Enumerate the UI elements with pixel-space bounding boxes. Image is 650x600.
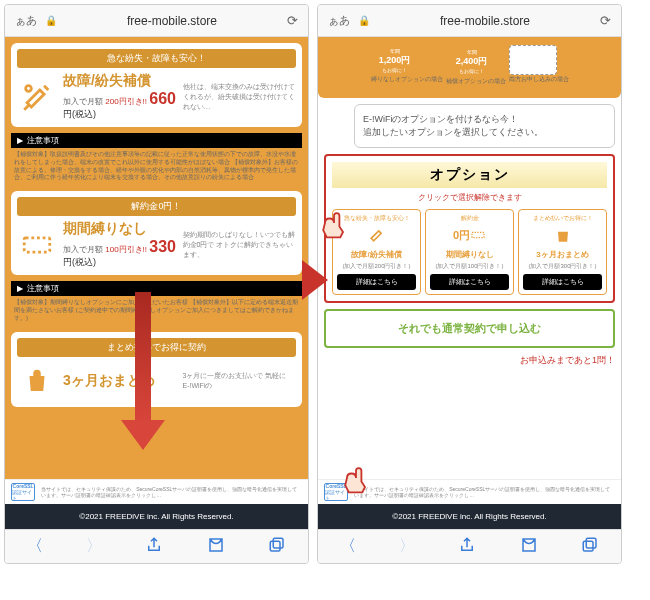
back-icon[interactable]: 〈 [340, 536, 356, 557]
strike: 100円引き!! [105, 245, 147, 254]
bag-icon [17, 361, 57, 401]
lock-icon: 🔒 [45, 15, 57, 26]
speech-bubble: E-!WiFiのオプションを付けるなら今！ 追加したいオプションを選択してくださ… [354, 104, 615, 148]
ssl-logo: CoreSSL認証サイト [11, 483, 35, 501]
svg-rect-8 [472, 232, 484, 237]
text-size-control[interactable]: ぁあ [15, 13, 37, 28]
pointer-hand-icon [316, 205, 352, 241]
bookmarks-icon[interactable] [207, 536, 225, 558]
svg-rect-9 [587, 538, 597, 548]
svg-rect-10 [584, 541, 594, 551]
safari-nav: 〈 〉 [318, 529, 621, 563]
ssl-bar: CoreSSL認証サイト 当サイトでは、セキュリティ保護のため、SecureCo… [5, 479, 308, 504]
tag: まとめ払いでお得に！ [523, 214, 602, 223]
opt-sub: (加入で月額100円引き！) [430, 262, 509, 271]
browser-bar: ぁあ 🔒 free-mobile.store ⟳ [5, 5, 308, 37]
strike: 200円引き!! [105, 97, 147, 106]
opt-sub: (加入で月額300円引き！) [523, 262, 602, 271]
svg-rect-1 [24, 238, 50, 252]
card-title: 3ヶ月おまとめ [63, 372, 177, 390]
text-size-control[interactable]: ぁあ [328, 13, 350, 28]
share-icon[interactable] [458, 536, 476, 558]
unit: 円(税込) [63, 257, 96, 267]
option-title: オプション [332, 162, 607, 188]
pointer-hand-icon [338, 460, 374, 496]
trio-label: 補償オプションの場合 [446, 77, 506, 86]
card-title: 故障/紛失補償 [63, 72, 177, 90]
opt-title: 3ヶ月おまとめ [523, 249, 602, 260]
browser-bar: ぁあ 🔒 free-mobile.store ⟳ [318, 5, 621, 37]
svg-rect-2 [274, 538, 284, 548]
trio-label: 縛りなしオプションの場合 [371, 75, 443, 84]
price-box [509, 45, 557, 75]
sub-label: 加入で月額 [63, 245, 103, 254]
unit: 円(税込) [63, 109, 96, 119]
detail-button[interactable]: 詳細はこちら [523, 274, 602, 290]
forward-icon[interactable]: 〉 [399, 536, 415, 557]
option-section: オプション クリックで選択解除できます 急な紛失・故障も安心！ 故障/紛失補償 … [324, 154, 615, 303]
card-header: まとめ払いでお得に契約 [17, 338, 296, 357]
option-card-bundle[interactable]: まとめ払いでお得に！ 3ヶ月おまとめ (加入で月額300円引き！) 詳細はこちら [518, 209, 607, 295]
footer: ©2021 FREEDiVE inc. All Rights Reserved. [5, 504, 308, 529]
price-box: 年間1,200円もお得に！ [371, 45, 419, 75]
tabs-icon[interactable] [268, 536, 286, 558]
lock-icon: 🔒 [358, 15, 370, 26]
option-subtitle: クリックで選択解除できます [332, 192, 607, 203]
safari-nav: 〈 〉 [5, 529, 308, 563]
sub-label: 加入で月額 [63, 97, 103, 106]
ticket-icon [17, 225, 57, 265]
card-desc: 他社は、端末交換のみは受け付けてくれるが、紛失破損は受け付けてくれない… [183, 82, 297, 112]
notice-body: 【補償対象】取扱説明書及びその他注意事項等の記載に従った正常な使用状態の下での故… [11, 148, 302, 185]
tag: 解約金 [430, 214, 509, 223]
svg-rect-3 [271, 541, 281, 551]
reload-icon[interactable]: ⟳ [287, 13, 298, 28]
opt-title: 期間縛りなし [430, 249, 509, 260]
phone-left: ぁあ 🔒 free-mobile.store ⟳ 急な紛失・故障も安心！ 故障/… [4, 4, 309, 564]
price-box: 年間2,400円もお得に！ [446, 45, 498, 77]
notice-body: 【補償対象】期間縛りなしオプションにご加入いただいたお客様 【補償対象外】以下に… [11, 296, 302, 325]
card-desc: 3ヶ月に一度のお支払いで 気軽にE-!WiFiの [183, 371, 297, 391]
url[interactable]: free-mobile.store [65, 14, 279, 28]
card-header: 解約金0円！ [17, 197, 296, 216]
reload-icon[interactable]: ⟳ [600, 13, 611, 28]
tools-icon [17, 77, 57, 117]
page-content: 急な紛失・故障も安心！ 故障/紛失補償 加入で月額 200円引き!! 660円(… [5, 37, 308, 479]
ssl-text: 当サイトでは、セキュリティ保護のため、SecureCoreSSLサーバの証明書を… [354, 486, 615, 498]
share-icon[interactable] [145, 536, 163, 558]
ssl-text: 当サイトでは、セキュリティ保護のため、SecureCoreSSLサーバの証明書を… [41, 486, 302, 498]
back-icon[interactable]: 〈 [27, 536, 43, 557]
bookmarks-icon[interactable] [520, 536, 538, 558]
warning-text: お申込みまであと1問！ [324, 354, 615, 367]
opt-title: 故障/紛失補償 [337, 249, 416, 260]
proceed-normal-button[interactable]: それでも通常契約で申し込む [324, 309, 615, 348]
footer: ©2021 FREEDiVE inc. All Rights Reserved. [318, 504, 621, 529]
trio-label: 両方お申し込みの場合 [509, 75, 569, 84]
url[interactable]: free-mobile.store [378, 14, 592, 28]
opt-sub: (加入で月額200円引き！) [337, 262, 416, 271]
price: 330 [149, 238, 176, 255]
ticket-icon [470, 227, 486, 243]
zero-yen: 0円 [453, 228, 470, 243]
page-content: 年間1,200円もお得に！縛りなしオプションの場合 年間2,400円もお得に！補… [318, 37, 621, 479]
detail-button[interactable]: 詳細はこちら [430, 274, 509, 290]
option-card-nolock[interactable]: 解約金 0円 期間縛りなし (加入で月額100円引き！) 詳細はこちら [425, 209, 514, 295]
notice-header: ▶注意事項 [11, 281, 302, 296]
card-header: 急な紛失・故障も安心！ [17, 49, 296, 68]
forward-icon[interactable]: 〉 [86, 536, 102, 557]
price: 660 [149, 90, 176, 107]
card-title: 期間縛りなし [63, 220, 177, 238]
detail-button[interactable]: 詳細はこちら [337, 274, 416, 290]
card-desc: 契約期間のしばりなし！いつでも解約金0円で オトクに解約できちゃいます。 [183, 230, 297, 260]
notice-header: ▶注意事項 [11, 133, 302, 148]
svg-point-0 [26, 85, 32, 91]
tabs-icon[interactable] [581, 536, 599, 558]
bag-icon [523, 223, 602, 247]
